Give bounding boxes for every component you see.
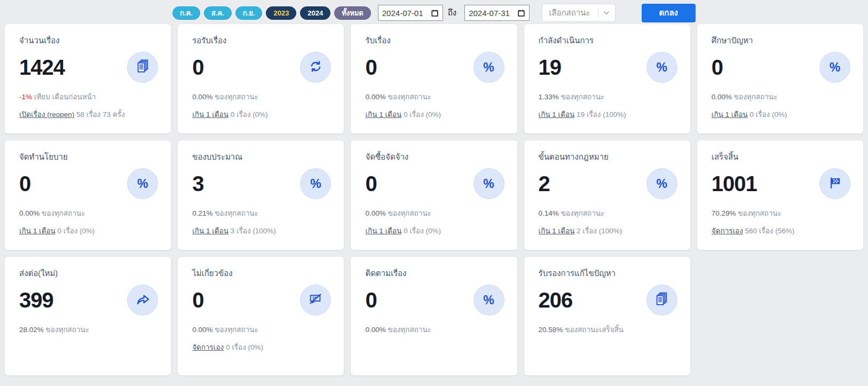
- date-from-input[interactable]: 2024-07-01: [378, 5, 443, 21]
- card-sub-percent: 28.02%: [19, 326, 44, 334]
- card-link-suffix: 19 เรื่อง (100%): [577, 111, 626, 119]
- calendar-icon[interactable]: [431, 9, 439, 17]
- card-title: รอรับเรื่อง: [192, 34, 331, 47]
- month-pill-jul[interactable]: ก.ค.: [172, 6, 200, 20]
- card-sub-percent: 20.58%: [539, 326, 563, 334]
- calendar-icon[interactable]: [517, 9, 525, 17]
- status-select-value: เลือกสถานะ: [549, 6, 590, 19]
- card-sub-percent: 0.00%: [192, 326, 212, 334]
- card-icon-circle: %: [474, 285, 504, 316]
- card-subtext-line: 0.00% ของทุกสถานะ: [19, 207, 158, 219]
- card-subtext-line: 0.00% ของทุกสถานะ: [365, 207, 504, 219]
- card-value: 0: [365, 168, 376, 199]
- card-main-row: 1001: [712, 168, 850, 199]
- card-link-suffix: 3 เรื่อง (100%): [231, 227, 276, 235]
- percent-icon: %: [483, 60, 494, 75]
- card-link[interactable]: เกิน 1 เดือน: [365, 111, 401, 119]
- card-sub-label: ของทุกสถานะ: [561, 93, 604, 101]
- card-icon-circle: %: [474, 52, 504, 83]
- year-pill-2023[interactable]: 2023: [266, 6, 296, 20]
- card-link[interactable]: เปิดเรื่อง (reopen): [19, 111, 74, 119]
- card-icon-circle: %: [646, 168, 677, 199]
- card-link-suffix: 0 เรื่อง (0%): [231, 111, 268, 119]
- card-subtext-line: 0.00% ของทุกสถานะ: [365, 91, 504, 103]
- card-link-line: เปิดเรื่อง (reopen) 58 เรื่อง 73 ครั้ง: [19, 108, 158, 120]
- card-subtext-line: 1.33% ของทุกสถานะ: [539, 91, 677, 103]
- card-sub-percent: 70.29%: [712, 209, 736, 217]
- select-divider: [598, 8, 598, 18]
- card-icon-circle: [819, 168, 850, 199]
- card-link-suffix: 0 เรื่อง (0%): [749, 111, 787, 119]
- card-link-line: เกิน 1 เดือน 19 เรื่อง (100%): [539, 108, 677, 120]
- card-value: 1001: [712, 168, 757, 199]
- card-link-suffix: 0 เรื่อง (0%): [404, 111, 441, 119]
- card-subtext-line: 0.00% ของทุกสถานะ: [192, 91, 331, 103]
- percent-icon: %: [483, 177, 494, 191]
- stat-card: ไม่เกี่ยวข้อง 0 0.00% ของทุกสถานะ จัดการ…: [178, 257, 344, 375]
- card-sub-percent: 0.00%: [365, 93, 385, 101]
- card-icon-circle: %: [127, 168, 158, 199]
- card-link-suffix: 2 เรื่อง (100%): [577, 227, 622, 235]
- card-link[interactable]: เกิน 1 เดือน: [539, 227, 575, 235]
- card-link[interactable]: จัดการเอง: [712, 227, 743, 235]
- card-main-row: 206: [539, 285, 677, 316]
- card-icon-circle: %: [474, 168, 504, 199]
- card-value: 206: [539, 285, 573, 316]
- card-main-row: 0 %: [19, 168, 158, 199]
- stat-card: กำลังดำเนินการ 19 % 1.33% ของทุกสถานะ เก…: [524, 24, 690, 133]
- card-main-row: 2 %: [539, 168, 677, 199]
- card-title: ศึกษาปัญหา: [712, 34, 850, 47]
- stat-card: รอรับเรื่อง 0 0.00% ของทุกสถานะ เกิน 1 เ…: [178, 24, 344, 133]
- stat-card: ติดตามเรื่อง 0 % 0.00% ของทุกสถานะ: [351, 257, 517, 375]
- card-main-row: 0 %: [365, 285, 504, 316]
- card-sub-percent: 1.33%: [539, 93, 559, 101]
- month-pill-sep[interactable]: ก.ย.: [235, 6, 263, 20]
- card-main-row: 0: [192, 285, 331, 316]
- card-main-row: 0 %: [365, 168, 504, 199]
- stat-card: จัดทำนโยบาย 0 % 0.00% ของทุกสถานะ เกิน 1…: [5, 140, 171, 250]
- card-link[interactable]: เกิน 1 เดือน: [192, 227, 228, 235]
- card-link-line: จัดการเอง 560 เรื่อง (56%): [712, 225, 850, 237]
- status-select[interactable]: เลือกสถานะ: [542, 4, 615, 22]
- card-title: ของบประมาณ: [192, 151, 331, 163]
- percent-icon: %: [830, 60, 840, 75]
- card-link[interactable]: จัดการเอง: [192, 343, 224, 351]
- card-sub-label: ของทุกสถานะ: [734, 93, 777, 101]
- month-pill-aug[interactable]: ส.ค.: [204, 6, 232, 20]
- card-title: ส่งต่อ(ใหม่): [19, 267, 158, 280]
- card-icon-circle: [127, 285, 158, 316]
- card-link-line: เกิน 1 เดือน 3 เรื่อง (100%): [192, 225, 331, 237]
- stat-card-grid: จำนวนเรื่อง 1424 -1% เทียบ เดือนก่อนหน้า…: [0, 23, 868, 375]
- card-link[interactable]: เกิน 1 เดือน: [19, 227, 56, 235]
- card-link-line: เกิน 1 เดือน 0 เรื่อง (0%): [365, 108, 504, 120]
- all-filter-pill[interactable]: ทั้งหมด: [334, 6, 371, 20]
- card-main-row: 0 %: [712, 52, 850, 83]
- submit-button[interactable]: ตกลง: [642, 4, 696, 22]
- card-sub-percent: 0.00%: [365, 209, 385, 217]
- card-icon-circle: [300, 285, 331, 316]
- card-link-suffix: 560 เรื่อง (56%): [745, 227, 795, 235]
- card-sub-percent: 0.00%: [19, 209, 40, 217]
- card-sub-label: ของทุกสถานะ: [388, 93, 431, 101]
- card-sub-percent: -1%: [19, 93, 32, 101]
- card-sub-label: ของทุกสถานะ: [388, 209, 431, 217]
- date-to-input[interactable]: 2024-07-31: [464, 5, 530, 21]
- year-pill-2024[interactable]: 2024: [300, 6, 330, 20]
- card-link[interactable]: เกิน 1 เดือน: [192, 111, 228, 119]
- card-value: 19: [539, 52, 562, 83]
- card-subtext-line: 0.21% ของทุกสถานะ: [192, 207, 331, 219]
- chevron-down-icon: [603, 9, 610, 17]
- card-sub-label: ของทุกสถานะ: [46, 326, 89, 334]
- date-range-to-label: ถึง: [448, 6, 456, 19]
- card-title: รับรองการแก้ไขปัญหา: [539, 267, 677, 280]
- percent-icon: %: [657, 60, 667, 75]
- card-link[interactable]: เกิน 1 เดือน: [365, 227, 401, 235]
- card-value: 0: [192, 285, 203, 316]
- card-title: รับเรื่อง: [365, 34, 504, 47]
- card-sub-label: ของทุกสถานะ: [215, 326, 258, 334]
- card-link[interactable]: เกิน 1 เดือน: [539, 111, 575, 119]
- card-link-line: เกิน 1 เดือน 2 เรื่อง (100%): [539, 225, 677, 237]
- card-link[interactable]: เกิน 1 เดือน: [712, 111, 748, 119]
- card-value: 3: [192, 168, 203, 199]
- card-subtext-line: 0.00% ของทุกสถานะ: [712, 91, 850, 103]
